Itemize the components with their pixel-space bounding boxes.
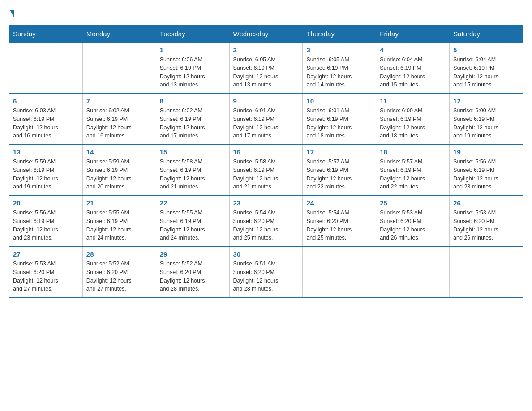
column-header-thursday: Thursday bbox=[303, 26, 376, 43]
calendar-header-row: SundayMondayTuesdayWednesdayThursdayFrid… bbox=[9, 26, 523, 43]
calendar-cell: 6Sunrise: 6:03 AM Sunset: 6:19 PM Daylig… bbox=[9, 93, 83, 144]
day-number: 28 bbox=[86, 250, 152, 258]
day-number: 9 bbox=[233, 97, 299, 105]
calendar-cell: 14Sunrise: 5:59 AM Sunset: 6:19 PM Dayli… bbox=[82, 144, 156, 195]
calendar-week-row: 13Sunrise: 5:59 AM Sunset: 6:19 PM Dayli… bbox=[9, 144, 523, 195]
day-number: 10 bbox=[306, 97, 372, 105]
day-number: 27 bbox=[13, 250, 79, 258]
calendar-cell: 4Sunrise: 6:04 AM Sunset: 6:19 PM Daylig… bbox=[376, 43, 450, 94]
day-info: Sunrise: 6:03 AM Sunset: 6:19 PM Dayligh… bbox=[13, 107, 79, 140]
day-number: 5 bbox=[453, 46, 519, 54]
calendar-cell: 19Sunrise: 5:56 AM Sunset: 6:19 PM Dayli… bbox=[450, 144, 523, 195]
calendar-cell: 15Sunrise: 5:58 AM Sunset: 6:19 PM Dayli… bbox=[156, 144, 229, 195]
calendar-cell: 3Sunrise: 6:05 AM Sunset: 6:19 PM Daylig… bbox=[303, 43, 376, 94]
day-info: Sunrise: 6:02 AM Sunset: 6:19 PM Dayligh… bbox=[160, 107, 226, 140]
calendar-cell: 27Sunrise: 5:53 AM Sunset: 6:20 PM Dayli… bbox=[9, 246, 83, 297]
day-info: Sunrise: 5:52 AM Sunset: 6:20 PM Dayligh… bbox=[86, 260, 152, 293]
day-number: 3 bbox=[306, 46, 372, 54]
calendar-cell: 17Sunrise: 5:57 AM Sunset: 6:19 PM Dayli… bbox=[303, 144, 376, 195]
calendar-cell: 13Sunrise: 5:59 AM Sunset: 6:19 PM Dayli… bbox=[9, 144, 83, 195]
day-info: Sunrise: 6:01 AM Sunset: 6:19 PM Dayligh… bbox=[233, 107, 299, 140]
calendar-cell: 26Sunrise: 5:53 AM Sunset: 6:20 PM Dayli… bbox=[450, 195, 523, 246]
day-number: 19 bbox=[453, 148, 519, 156]
day-info: Sunrise: 5:53 AM Sunset: 6:20 PM Dayligh… bbox=[13, 260, 79, 293]
calendar-cell bbox=[82, 43, 156, 94]
day-number: 8 bbox=[160, 97, 226, 105]
day-number: 29 bbox=[160, 250, 226, 258]
calendar-cell: 5Sunrise: 6:04 AM Sunset: 6:19 PM Daylig… bbox=[450, 43, 523, 94]
calendar-cell: 11Sunrise: 6:00 AM Sunset: 6:19 PM Dayli… bbox=[376, 93, 450, 144]
calendar-cell bbox=[303, 246, 376, 297]
calendar-cell bbox=[450, 246, 523, 297]
calendar-cell: 30Sunrise: 5:51 AM Sunset: 6:20 PM Dayli… bbox=[229, 246, 303, 297]
day-info: Sunrise: 5:54 AM Sunset: 6:20 PM Dayligh… bbox=[233, 209, 299, 242]
calendar-cell: 29Sunrise: 5:52 AM Sunset: 6:20 PM Dayli… bbox=[156, 246, 229, 297]
page-header bbox=[9, 9, 523, 18]
day-info: Sunrise: 5:55 AM Sunset: 6:19 PM Dayligh… bbox=[160, 209, 226, 242]
day-number: 16 bbox=[233, 148, 299, 156]
day-number: 20 bbox=[13, 199, 79, 207]
column-header-wednesday: Wednesday bbox=[229, 26, 303, 43]
calendar-cell: 24Sunrise: 5:54 AM Sunset: 6:20 PM Dayli… bbox=[303, 195, 376, 246]
column-header-saturday: Saturday bbox=[450, 26, 523, 43]
calendar-cell: 1Sunrise: 6:06 AM Sunset: 6:19 PM Daylig… bbox=[156, 43, 229, 94]
calendar-cell: 2Sunrise: 6:05 AM Sunset: 6:19 PM Daylig… bbox=[229, 43, 303, 94]
day-info: Sunrise: 6:04 AM Sunset: 6:19 PM Dayligh… bbox=[453, 56, 519, 89]
logo-triangle-icon bbox=[10, 10, 14, 18]
column-header-tuesday: Tuesday bbox=[156, 26, 229, 43]
day-info: Sunrise: 5:59 AM Sunset: 6:19 PM Dayligh… bbox=[86, 158, 152, 191]
calendar-cell: 8Sunrise: 6:02 AM Sunset: 6:19 PM Daylig… bbox=[156, 93, 229, 144]
day-info: Sunrise: 5:53 AM Sunset: 6:20 PM Dayligh… bbox=[380, 209, 446, 242]
calendar-week-row: 6Sunrise: 6:03 AM Sunset: 6:19 PM Daylig… bbox=[9, 93, 523, 144]
day-number: 15 bbox=[160, 148, 226, 156]
calendar-week-row: 27Sunrise: 5:53 AM Sunset: 6:20 PM Dayli… bbox=[9, 246, 523, 297]
day-info: Sunrise: 5:56 AM Sunset: 6:19 PM Dayligh… bbox=[13, 209, 79, 242]
calendar-cell: 16Sunrise: 5:58 AM Sunset: 6:19 PM Dayli… bbox=[229, 144, 303, 195]
day-number: 30 bbox=[233, 250, 299, 258]
day-number: 21 bbox=[86, 199, 152, 207]
day-number: 26 bbox=[453, 199, 519, 207]
calendar-table: SundayMondayTuesdayWednesdayThursdayFrid… bbox=[9, 25, 523, 298]
calendar-cell: 25Sunrise: 5:53 AM Sunset: 6:20 PM Dayli… bbox=[376, 195, 450, 246]
day-number: 7 bbox=[86, 97, 152, 105]
day-info: Sunrise: 6:06 AM Sunset: 6:19 PM Dayligh… bbox=[160, 56, 226, 89]
calendar-cell: 28Sunrise: 5:52 AM Sunset: 6:20 PM Dayli… bbox=[82, 246, 156, 297]
calendar-week-row: 1Sunrise: 6:06 AM Sunset: 6:19 PM Daylig… bbox=[9, 43, 523, 94]
calendar-cell: 23Sunrise: 5:54 AM Sunset: 6:20 PM Dayli… bbox=[229, 195, 303, 246]
day-number: 23 bbox=[233, 199, 299, 207]
day-info: Sunrise: 5:55 AM Sunset: 6:19 PM Dayligh… bbox=[86, 209, 152, 242]
day-info: Sunrise: 5:56 AM Sunset: 6:19 PM Dayligh… bbox=[453, 158, 519, 191]
day-number: 25 bbox=[380, 199, 446, 207]
day-number: 14 bbox=[86, 148, 152, 156]
day-info: Sunrise: 6:02 AM Sunset: 6:19 PM Dayligh… bbox=[86, 107, 152, 140]
calendar-cell: 7Sunrise: 6:02 AM Sunset: 6:19 PM Daylig… bbox=[82, 93, 156, 144]
day-number: 4 bbox=[380, 46, 446, 54]
column-header-sunday: Sunday bbox=[9, 26, 83, 43]
day-info: Sunrise: 5:58 AM Sunset: 6:19 PM Dayligh… bbox=[233, 158, 299, 191]
calendar-cell: 10Sunrise: 6:01 AM Sunset: 6:19 PM Dayli… bbox=[303, 93, 376, 144]
day-number: 2 bbox=[233, 46, 299, 54]
day-info: Sunrise: 6:00 AM Sunset: 6:19 PM Dayligh… bbox=[380, 107, 446, 140]
day-number: 13 bbox=[13, 148, 79, 156]
day-number: 12 bbox=[453, 97, 519, 105]
calendar-cell bbox=[9, 43, 83, 94]
calendar-week-row: 20Sunrise: 5:56 AM Sunset: 6:19 PM Dayli… bbox=[9, 195, 523, 246]
calendar-cell bbox=[376, 246, 450, 297]
day-info: Sunrise: 5:52 AM Sunset: 6:20 PM Dayligh… bbox=[160, 260, 226, 293]
day-info: Sunrise: 5:51 AM Sunset: 6:20 PM Dayligh… bbox=[233, 260, 299, 293]
day-info: Sunrise: 5:58 AM Sunset: 6:19 PM Dayligh… bbox=[160, 158, 226, 191]
calendar-cell: 20Sunrise: 5:56 AM Sunset: 6:19 PM Dayli… bbox=[9, 195, 83, 246]
day-number: 6 bbox=[13, 97, 79, 105]
day-info: Sunrise: 5:53 AM Sunset: 6:20 PM Dayligh… bbox=[453, 209, 519, 242]
day-info: Sunrise: 6:05 AM Sunset: 6:19 PM Dayligh… bbox=[306, 56, 372, 89]
day-info: Sunrise: 6:01 AM Sunset: 6:19 PM Dayligh… bbox=[306, 107, 372, 140]
day-number: 1 bbox=[160, 46, 226, 54]
calendar-cell: 22Sunrise: 5:55 AM Sunset: 6:19 PM Dayli… bbox=[156, 195, 229, 246]
calendar-cell: 12Sunrise: 6:00 AM Sunset: 6:19 PM Dayli… bbox=[450, 93, 523, 144]
day-info: Sunrise: 6:04 AM Sunset: 6:19 PM Dayligh… bbox=[380, 56, 446, 89]
day-number: 22 bbox=[160, 199, 226, 207]
day-info: Sunrise: 5:57 AM Sunset: 6:19 PM Dayligh… bbox=[306, 158, 372, 191]
calendar-cell: 9Sunrise: 6:01 AM Sunset: 6:19 PM Daylig… bbox=[229, 93, 303, 144]
column-header-friday: Friday bbox=[376, 26, 450, 43]
day-number: 24 bbox=[306, 199, 372, 207]
